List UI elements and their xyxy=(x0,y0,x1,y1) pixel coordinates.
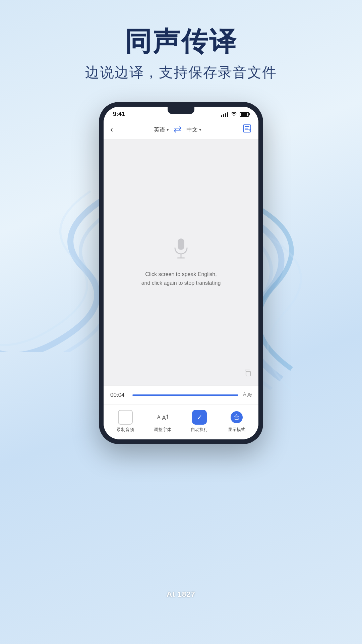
top-section: 同声传译 边说边译，支持保存录音文件 xyxy=(0,0,362,95)
status-time: 9:41 xyxy=(113,111,125,118)
back-button[interactable]: ‹ xyxy=(110,125,113,134)
main-title: 同声传译 xyxy=(0,27,362,56)
target-language[interactable]: 中文 ▾ xyxy=(186,126,201,133)
bottom-toolbar: 录制音频 A A 调整字体 xyxy=(104,404,258,439)
phone-mockup: 9:41 xyxy=(0,102,362,444)
sub-title: 边说边译，支持保存录音文件 xyxy=(0,63,362,82)
progress-bar xyxy=(132,394,238,396)
swap-language-button[interactable] xyxy=(173,126,182,133)
adjust-font-label: 调整字体 xyxy=(154,427,171,433)
source-language[interactable]: 英语 ▾ xyxy=(154,126,169,133)
auto-wrap-label: 自动换行 xyxy=(191,427,208,433)
target-lang-dropdown: ▾ xyxy=(199,127,201,132)
progress-area: 00:04 A A xyxy=(104,385,258,404)
wifi-icon xyxy=(231,111,237,117)
phone-frame: 9:41 xyxy=(99,102,263,444)
signal-icon xyxy=(221,112,228,117)
adjust-font-button[interactable]: A A 调整字体 xyxy=(154,410,171,433)
translation-area[interactable]: Click screen to speak English, and click… xyxy=(104,140,258,385)
check-icon: ✓ xyxy=(197,413,202,421)
header-right-button[interactable] xyxy=(242,124,252,135)
timer-display: 00:04 xyxy=(110,392,128,398)
battery-icon xyxy=(240,112,249,117)
font-size-icon[interactable]: A A xyxy=(243,390,252,399)
mic-icon xyxy=(172,238,190,262)
status-icons xyxy=(221,111,249,117)
language-selector: 英语 ▾ 中文 ▾ xyxy=(154,126,201,133)
status-bar: 9:41 xyxy=(104,107,258,120)
display-mode-label: 显示模式 xyxy=(228,427,245,433)
display-mode-icon: 合 xyxy=(231,411,243,423)
record-audio-button[interactable]: 录制音频 xyxy=(117,410,134,433)
instruction-text: Click screen to speak English, and click… xyxy=(141,270,221,287)
svg-text:A: A xyxy=(157,414,161,420)
app-header: ‹ 英语 ▾ 中文 ▾ xyxy=(104,120,258,140)
copy-icon[interactable] xyxy=(244,369,252,379)
svg-text:A: A xyxy=(162,415,166,421)
auto-wrap-button[interactable]: ✓ 自动换行 xyxy=(191,410,208,433)
phone-screen: 9:41 xyxy=(104,107,258,439)
source-lang-dropdown: ▾ xyxy=(167,127,169,132)
svg-text:A: A xyxy=(243,391,246,397)
record-audio-label: 录制音频 xyxy=(117,427,134,433)
svg-text:A: A xyxy=(247,392,251,398)
svg-rect-1 xyxy=(178,238,184,250)
display-mode-button[interactable]: 合 显示模式 xyxy=(228,410,245,433)
at-label: At 1827 xyxy=(167,590,195,599)
svg-rect-4 xyxy=(246,371,250,376)
